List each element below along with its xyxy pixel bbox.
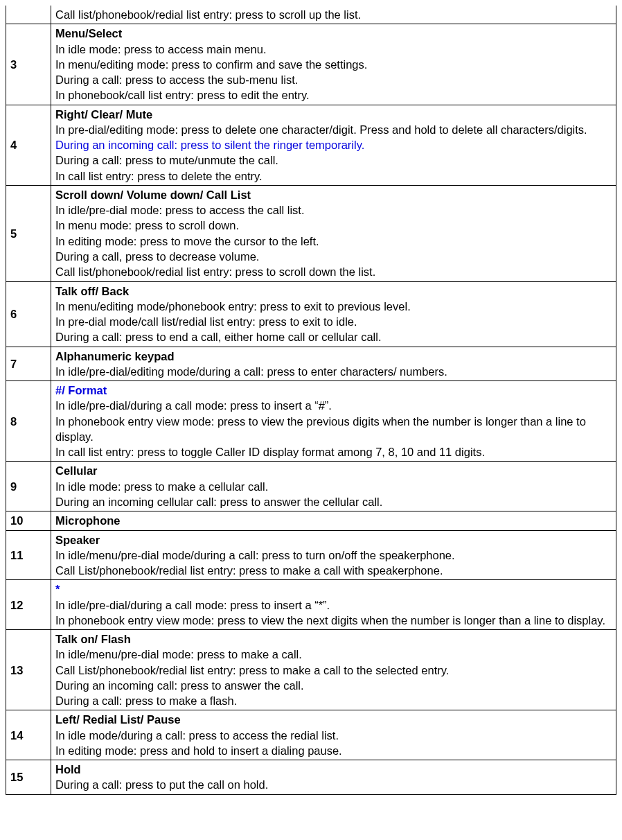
table-body: Call list/phonebook/redial list entry: p… <box>6 6 616 794</box>
row-number <box>6 6 51 24</box>
entry-title: Right/ Clear/ Mute <box>55 107 612 122</box>
entry-text: Call List/phonebook/redial list entry: p… <box>55 563 612 578</box>
row-number: 5 <box>6 185 51 281</box>
entry-text: In idle mode/during a call: press to acc… <box>55 728 612 743</box>
table-row: 3Menu/SelectIn idle mode: press to acces… <box>6 24 616 105</box>
row-number: 9 <box>6 462 51 511</box>
entry-text: During an incoming call: press to answer… <box>55 678 612 693</box>
row-number: 12 <box>6 580 51 630</box>
row-number: 6 <box>6 281 51 347</box>
row-number: 8 <box>6 381 51 462</box>
entry-text: During an incoming cellular call: press … <box>55 494 612 509</box>
table-row: 7Alphanumeric keypadIn idle/pre-dial/edi… <box>6 347 616 381</box>
entry-text: In idle/menu/pre-dial mode: press to mak… <box>55 647 612 662</box>
table-row: 12*In idle/pre-dial/during a call mode: … <box>6 580 616 630</box>
row-description: SpeakerIn idle/menu/pre-dial mode/during… <box>51 530 616 580</box>
row-description: #/ FormatIn idle/pre-dial/during a call … <box>51 381 616 462</box>
entry-title: * <box>55 581 612 597</box>
table-row: 13Talk on/ FlashIn idle/menu/pre-dial mo… <box>6 630 616 710</box>
entry-text: During a call: press to make a flash. <box>55 693 612 708</box>
row-description: Talk off/ BackIn menu/editing mode/phone… <box>51 281 616 347</box>
table-row: 10Microphone <box>6 511 616 530</box>
entry-text: In phonebook/call list entry: press to e… <box>55 87 612 103</box>
entry-text: In menu/editing mode: press to confirm a… <box>55 57 612 72</box>
row-description: Menu/SelectIn idle mode: press to access… <box>51 24 616 105</box>
entry-text: In editing mode: press and hold to inser… <box>55 743 612 758</box>
entry-text: During a call: press to access the sub-m… <box>55 72 612 87</box>
table-row: 8#/ FormatIn idle/pre-dial/during a call… <box>6 381 616 462</box>
entry-text: During a call: press to end a call, eith… <box>55 329 612 344</box>
row-description: Talk on/ FlashIn idle/menu/pre-dial mode… <box>51 630 616 710</box>
entry-title: #/ Format <box>55 383 612 398</box>
entry-title: Talk off/ Back <box>55 283 612 299</box>
table-row: 5Scroll down/ Volume down/ Call ListIn i… <box>6 185 616 281</box>
entry-text: In idle/pre-dial/editing mode/during a c… <box>55 364 612 379</box>
row-description: Call list/phonebook/redial list entry: p… <box>51 6 616 24</box>
entry-text: In call list entry: press to delete the … <box>55 168 612 184</box>
entry-text: In pre-dial mode/call list/redial list e… <box>55 314 612 329</box>
entry-text: In idle/pre-dial/during a call mode: pre… <box>55 597 612 613</box>
entry-title: Cellular <box>55 463 612 478</box>
entry-text: Call List/phonebook/redial list entry: p… <box>55 663 612 678</box>
entry-text: In idle/menu/pre-dial mode/during a call… <box>55 548 612 563</box>
row-number: 13 <box>6 630 51 710</box>
entry-title: Talk on/ Flash <box>55 631 612 647</box>
table-row: 11SpeakerIn idle/menu/pre-dial mode/duri… <box>6 530 616 580</box>
entry-text: In menu mode: press to scroll down. <box>55 218 612 233</box>
row-description: *In idle/pre-dial/during a call mode: pr… <box>51 580 616 630</box>
entry-title: Scroll down/ Volume down/ Call List <box>55 187 612 202</box>
entry-text: During a call: press to mute/unmute the … <box>55 152 612 168</box>
entry-text: During an incoming call: press to silent… <box>55 137 612 152</box>
row-number: 15 <box>6 760 51 795</box>
row-description: Scroll down/ Volume down/ Call ListIn id… <box>51 185 616 281</box>
row-description: CellularIn idle mode: press to make a ce… <box>51 462 616 511</box>
entry-text: In phonebook entry view mode: press to v… <box>55 613 612 628</box>
table-row: 4Right/ Clear/ MuteIn pre-dial/editing m… <box>6 105 616 185</box>
row-description: Microphone <box>51 511 616 530</box>
row-number: 3 <box>6 24 51 105</box>
row-description: Alphanumeric keypadIn idle/pre-dial/edit… <box>51 347 616 381</box>
entry-text: In idle/pre-dial mode: press to access t… <box>55 202 612 218</box>
row-number: 10 <box>6 511 51 530</box>
table-row: 6Talk off/ BackIn menu/editing mode/phon… <box>6 281 616 347</box>
table-row: 9CellularIn idle mode: press to make a c… <box>6 462 616 511</box>
entry-title: Hold <box>55 762 612 777</box>
entry-text: In editing mode: press to move the curso… <box>55 234 612 249</box>
entry-text: Call list/phonebook/redial list entry: p… <box>55 7 612 22</box>
entry-title: Left/ Redial List/ Pause <box>55 712 612 727</box>
entry-text: In idle/pre-dial/during a call mode: pre… <box>55 398 612 413</box>
entry-text: Call list/phonebook/redial list entry: p… <box>55 264 612 279</box>
entry-title: Speaker <box>55 532 612 548</box>
row-number: 14 <box>6 710 51 760</box>
table-row: 14Left/ Redial List/ PauseIn idle mode/d… <box>6 710 616 760</box>
entry-text: In idle mode: press to access main menu. <box>55 42 612 57</box>
row-description: Right/ Clear/ MuteIn pre-dial/editing mo… <box>51 105 616 185</box>
table-row: Call list/phonebook/redial list entry: p… <box>6 6 616 24</box>
entry-text: In phonebook entry view mode: press to v… <box>55 414 612 445</box>
entry-title: Alphanumeric keypad <box>55 349 612 364</box>
key-descriptions-table: Call list/phonebook/redial list entry: p… <box>6 6 616 795</box>
table-row: 15HoldDuring a call: press to put the ca… <box>6 760 616 795</box>
entry-text: In call list entry: press to toggle Call… <box>55 444 612 460</box>
entry-text: During a call: press to put the call on … <box>55 777 612 792</box>
row-number: 4 <box>6 105 51 185</box>
entry-title: Microphone <box>55 513 612 528</box>
entry-text: During a call, press to decrease volume. <box>55 249 612 264</box>
entry-text: In idle mode: press to make a cellular c… <box>55 479 612 494</box>
row-description: Left/ Redial List/ PauseIn idle mode/dur… <box>51 710 616 760</box>
entry-text: In pre-dial/editing mode: press to delet… <box>55 122 612 137</box>
row-number: 11 <box>6 530 51 580</box>
row-number: 7 <box>6 347 51 381</box>
row-description: HoldDuring a call: press to put the call… <box>51 760 616 795</box>
entry-title: Menu/Select <box>55 26 612 41</box>
entry-text: In menu/editing mode/phonebook entry: pr… <box>55 299 612 314</box>
